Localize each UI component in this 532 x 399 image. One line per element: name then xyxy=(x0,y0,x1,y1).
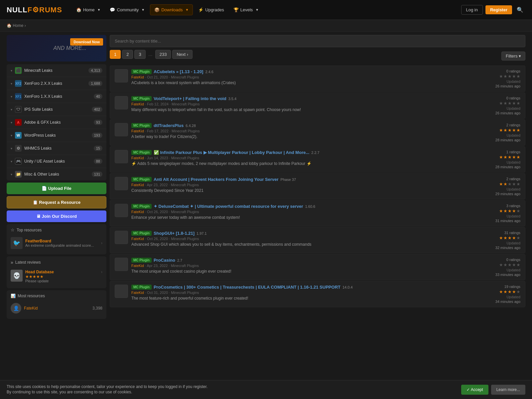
head-database-info: Head Database ★★★★★ Please update xyxy=(25,270,98,283)
page-1-button[interactable]: 1 xyxy=(110,50,121,59)
resource-header: MC Plugin ACubelets » [1.13 - 1.20] 2.4.… xyxy=(131,69,470,74)
accept-cookies-button[interactable]: ✓ Accept xyxy=(461,385,488,395)
breadcrumb: 🏠 Home › xyxy=(0,20,532,32)
resource-description: The most unique and coolest casino plugi… xyxy=(131,269,470,274)
learn-more-button[interactable]: Learn more... xyxy=(491,385,525,395)
resource-row[interactable]: MC Plugin ProCosmetics | 300+ Cosmetics … xyxy=(110,281,525,307)
resource-meta: FateKid · Apr 23, 2022 · Minecraft Plugi… xyxy=(131,183,470,187)
resource-updated-label: Updated xyxy=(506,214,520,218)
logo[interactable]: NULLF⚙RUMS xyxy=(7,6,62,14)
resource-version: 6.4.28 xyxy=(186,124,196,128)
resource-author-link[interactable]: FateKid xyxy=(131,129,144,133)
xenforo1-icon: XF1 xyxy=(15,93,22,100)
misc-icon: 📁 xyxy=(15,171,22,178)
resource-author-link[interactable]: FateKid xyxy=(131,156,144,160)
resource-right: 3 ratings ★★★★★ Updated 31 minutes ago xyxy=(474,204,520,223)
category-wordpress[interactable]: ▾ W WordPress Leaks 193 xyxy=(7,129,106,142)
resource-author-link[interactable]: FateKid xyxy=(131,75,144,79)
resource-row[interactable]: MC Plugin ACubelets » [1.13 - 1.20] 2.4.… xyxy=(110,66,525,92)
featherboard-arrow-icon: › xyxy=(101,241,102,245)
filters-button[interactable]: Filters ▾ xyxy=(501,52,525,61)
logo-null: NULL xyxy=(7,6,28,14)
resource-tag: MC Plugin xyxy=(131,231,152,236)
cat-whmcs-count: 15 xyxy=(94,146,102,151)
resource-author-link[interactable]: FateKid xyxy=(131,264,144,268)
category-ips[interactable]: ▾ 🛡 IPS Suite Leaks 402 xyxy=(7,103,106,116)
join-discord-button[interactable]: 🖥 Join Our Discord xyxy=(7,210,106,222)
resource-row[interactable]: MC Plugin ProCasino 2.7 FateKid · Apr 23… xyxy=(110,254,525,280)
cookie-text: This site uses cookies to help personali… xyxy=(7,384,207,395)
request-resource-button[interactable]: 📋 Request a Resource xyxy=(7,196,106,208)
resource-right: 0 ratings ★★★★★ Updated 26 minutes ago xyxy=(474,96,520,115)
resource-author-link[interactable]: FateKid xyxy=(131,102,144,106)
login-button[interactable]: Log in xyxy=(461,5,483,15)
cat-adobe-label: Adobe & GFX Leaks xyxy=(24,120,91,125)
category-whmcs[interactable]: ▾ ⚙ WHMCS Leaks 15 xyxy=(7,142,106,155)
nav-upgrades[interactable]: ⚡ Upgrades xyxy=(194,5,228,15)
resource-thumbnail xyxy=(115,69,128,82)
resource-row[interactable]: MC Plugin ✦ DeluxeCombat ✦ | Ultimate po… xyxy=(110,200,525,226)
resource-thumbnail xyxy=(115,258,128,271)
resource-thumbnail xyxy=(115,150,128,163)
resource-body: MC Plugin VoidTeleport+ | Falling into t… xyxy=(131,96,470,112)
upload-file-button[interactable]: 📄 Upload File xyxy=(7,183,106,194)
resource-row[interactable]: MC Plugin ShopGUI+ [1.8-1.21] 1.97.1 Fat… xyxy=(110,227,525,253)
sidebar: AND MORE... Download Now ▾ ⬛ Minecraft L… xyxy=(7,35,106,319)
resource-header: MC Plugin dtlTradersPlus 6.4.28 xyxy=(131,123,470,128)
register-button[interactable]: Register xyxy=(485,5,512,14)
page-last-button[interactable]: 233 xyxy=(155,50,171,59)
resource-thumbnail xyxy=(115,285,128,298)
most-resource-item[interactable]: 👤 FateKid 3,398 xyxy=(11,301,102,316)
resource-header: MC Plugin ✦ DeluxeCombat ✦ | Ultimate po… xyxy=(131,204,470,209)
resource-right: 1 ratings ★★★★★ Updated 28 minutes ago xyxy=(474,150,520,169)
nav-right: Log in Register 🔍 xyxy=(461,5,525,15)
resource-version: 2.7 xyxy=(177,258,182,262)
page-2-button[interactable]: 2 xyxy=(122,50,133,59)
resource-updated-label: Updated xyxy=(506,268,520,272)
top-resources-title: Top resources xyxy=(11,227,102,232)
nav-community[interactable]: 💬 Community ▼ xyxy=(106,5,149,15)
resource-body: MC Plugin ProCosmetics | 300+ Cosmetics … xyxy=(131,285,470,301)
resource-time-ago: 29 minutes ago xyxy=(495,192,520,196)
category-adobe[interactable]: ▾ A Adobe & GFX Leaks 93 xyxy=(7,116,106,129)
resource-author-link[interactable]: FateKid xyxy=(131,291,144,295)
downloads-icon: 📦 xyxy=(154,7,160,12)
download-now-button[interactable]: Download Now xyxy=(70,38,103,46)
nav-downloads[interactable]: 📦 Downloads ▼ xyxy=(150,4,193,15)
resource-ratings-count: 1 ratings xyxy=(506,150,520,154)
category-unity[interactable]: ▾ 🎮 Unity / UE Asset Leaks 88 xyxy=(7,155,106,168)
review-item[interactable]: 💀 Head Database ★★★★★ Please update › xyxy=(11,268,102,285)
nav-community-label: Community xyxy=(117,7,139,12)
cat-ips-count: 402 xyxy=(92,107,102,112)
category-xenforo2[interactable]: ▾ XF2 XenForo 2.X.X Leaks 1,688 xyxy=(7,77,106,90)
resource-description: Advanced Shop GUI which allows you to se… xyxy=(131,242,470,247)
resource-right: 31 ratings ★★★★★ Updated 32 minutes ago xyxy=(474,231,520,250)
main-layout: AND MORE... Download Now ▾ ⬛ Minecraft L… xyxy=(0,32,532,322)
cat-xenforo1-count: 40 xyxy=(94,94,102,99)
search-icon-button[interactable]: 🔍 xyxy=(515,5,525,15)
cookie-actions: ✓ Accept Learn more... xyxy=(461,385,525,395)
category-minecraft[interactable]: ▾ ⬛ Minecraft Leaks 4,313 xyxy=(7,64,106,77)
resource-author-link[interactable]: FateKid xyxy=(131,237,144,241)
resource-meta: FateKid · Apr 23, 2022 · Minecraft Plugi… xyxy=(131,264,470,268)
fatekid-name: FateKid xyxy=(24,306,90,311)
category-xenforo1[interactable]: ▾ XF1 XenForo 1.X.X Leaks 40 xyxy=(7,90,106,103)
cat-arrow-icon: ▾ xyxy=(11,173,12,176)
resource-author-link[interactable]: FateKid xyxy=(131,210,144,214)
featherboard-avatar: 🐦 xyxy=(11,237,23,249)
search-input[interactable] xyxy=(110,35,525,47)
breadcrumb-home-link[interactable]: Home xyxy=(13,23,23,28)
resource-description: Enhance your server today with an awesom… xyxy=(131,215,470,220)
top-resource-item[interactable]: 🐦 FeatherBoard An extreme configurable a… xyxy=(11,235,102,251)
page-3-button[interactable]: 3 xyxy=(134,50,145,59)
resource-author-link[interactable]: FateKid xyxy=(131,183,144,187)
resource-row[interactable]: MC Plugin dtlTradersPlus 6.4.28 FateKid … xyxy=(110,119,525,146)
category-misc[interactable]: ▾ 📁 Misc & Other Leaks 131 xyxy=(7,168,106,181)
resource-row[interactable]: MC Plugin ✅ Infinite Parkour Plus ▶ Mult… xyxy=(110,146,525,173)
nav-levels[interactable]: 🏆 Levels ▼ xyxy=(229,5,263,15)
cat-wordpress-count: 193 xyxy=(92,133,102,138)
next-page-button[interactable]: Next › xyxy=(172,50,193,59)
resource-row[interactable]: MC Plugin Anti Alt Account | Prevent Hac… xyxy=(110,173,525,200)
nav-home[interactable]: 🏠 Home ▼ xyxy=(72,5,105,15)
resource-row[interactable]: MC Plugin VoidTeleport+ | Falling into t… xyxy=(110,92,525,119)
